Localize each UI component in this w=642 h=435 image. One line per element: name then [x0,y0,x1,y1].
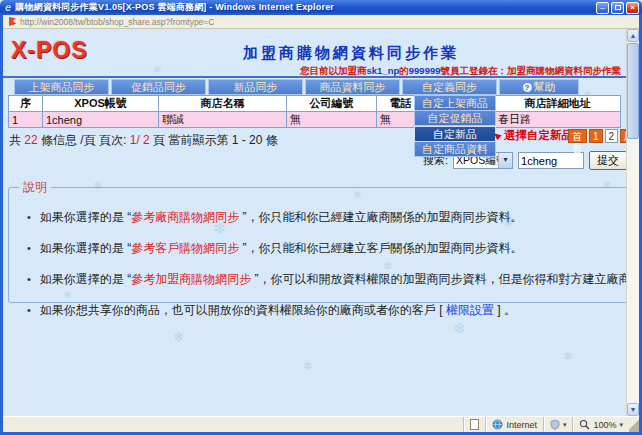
col-seq: 序 [9,96,43,112]
note-highlight: 參考加盟商購物網同步 [131,272,251,286]
note-text: ”，你只能和你已經建立廠商關係的加盟商同步資料。 [239,210,522,224]
note-item: •如果你想共享你的商品，也可以開放你的資料權限給你的廠商或者你的客戶 [ 權限設… [27,302,639,319]
scroll-down-icon[interactable]: ▼ [627,403,639,416]
tab-newitem-sync[interactable]: 新品同步 [208,79,303,95]
table-header-row: 序 XPOS帳號 商店名稱 公司編號 電話 商店詳細地址 [9,96,621,112]
status-page-panel [463,417,485,432]
login-status-text: 您目前以加盟商 [300,65,367,76]
snowflake-icon: ❄ [173,329,185,345]
snowflake-icon: ❄ [563,349,573,363]
chevron-down-icon: ▾ [498,153,512,168]
security-zone-panel: Internet [485,417,543,432]
merchant-table: 序 XPOS帳號 商店名稱 公司編號 電話 商店詳細地址 1 1cheng 聯誠… [8,95,621,128]
scroll-up-icon[interactable]: ▲ [627,29,639,42]
tab-help[interactable]: ?幫助 [499,79,579,95]
note-text: 如果你選擇的是 “ [40,272,131,286]
chevron-down-icon: ▾ [619,421,623,429]
info-text: 共 [9,133,24,147]
scrollbar-thumb[interactable] [627,43,639,139]
tab-shelf-sync[interactable]: 上架商品同步 [14,79,109,95]
window-title: 購物網資料同步作業V1.05[X-POS 雲端商務網] - Windows In… [15,1,596,14]
menu-item-custom-shelf[interactable]: 自定上架商品 [414,95,496,111]
submit-button[interactable]: 提交 [589,151,627,170]
title-bar: e 購物網資料同步作業V1.05[X-POS 雲端商務網] - Windows … [0,0,642,15]
nav-bar: 上架商品同步 促銷品同步 新品同步 商品資料同步 自定義同步 ?幫助 [14,79,579,95]
tab-productdata-sync[interactable]: 商品資料同步 [305,79,400,95]
col-xpos-account: XPOS帳號 [43,96,159,112]
snowflake-icon: ❄ [453,319,466,338]
callout-select-newitem: ◄選擇自定新品 [492,128,573,143]
magnifier-icon [579,419,590,430]
col-company-no: 公司編號 [287,96,377,112]
globe-icon [492,419,503,430]
note-item: •如果你選擇的是 “參考加盟商購物網同步 ”，你可以和開放資料權限的加盟商同步資… [27,271,639,288]
page-icon [470,419,479,430]
info-text: 頁 當前顯示第 1 - 20 條 [150,133,278,147]
note-item: •如果你選擇的是 “參考客戶購物網同步 ”，你只能和你已經建立客戶關係的加盟商同… [27,240,639,257]
cell-company: 無 [287,112,377,128]
menu-item-custom-promo[interactable]: 自定促銷品 [414,111,496,127]
status-message-area [3,417,463,432]
note-text: ] 。 [494,303,516,317]
record-count: 22 [24,133,37,147]
note-text: ”，你可以和開放資料權限的加盟商同步資料，但是你得和對方建立廠商關係。 [251,272,639,286]
custom-sync-menu: 自定上架商品 自定促銷品 自定新品 自定商品資料 [414,95,496,157]
notes-fieldset: 說明 •如果你選擇的是 “參考廠商購物網同步 ”，你只能和你已經建立廠商關係的加… [8,179,639,303]
window-frame: http://win2008/tw/btob/shop_share.asp?fr… [0,15,642,435]
bullet-icon: • [27,304,31,316]
vertical-scrollbar[interactable]: ▲ ▼ [626,29,639,416]
security-zone-label: Internet [506,420,537,430]
first-page-button[interactable]: 首頁 [568,129,587,143]
filter-panel[interactable]: ▾ [543,417,573,432]
login-account: sk1_np [367,65,400,76]
page-title: 加盟商購物網資料同步作業 [113,44,589,63]
notes-list: •如果你選擇的是 “參考廠商購物網同步 ”，你只能和你已經建立廠商關係的加盟商同… [27,209,639,319]
login-status-text: 的 [399,65,409,76]
menu-item-custom-productdata[interactable]: 自定商品資料 [414,142,496,158]
snowflake-icon: ❄ [303,359,313,373]
xpos-logo: X-POS [11,37,88,64]
minimize-button[interactable]: – [596,2,609,14]
table-row: 1 1cheng 聯誠 無 無 春日路 [9,112,621,128]
info-text: 條信息 /頁 頁次: [38,133,130,147]
tab-promo-sync[interactable]: 促銷品同步 [111,79,206,95]
menu-item-custom-newitem[interactable]: 自定新品 [414,126,496,142]
record-info: 共 22 條信息 /頁 頁次: 1/ 2 頁 當前顯示第 1 - 20 條 [9,132,278,149]
col-shop-name: 商店名稱 [159,96,287,112]
shield-icon [550,419,560,430]
login-location: 加盟商購物網資料同步作業 [507,65,621,76]
note-highlight: 參考廠商購物網同步 [131,210,239,224]
close-button[interactable]: × [626,2,639,14]
restore-button[interactable] [611,2,624,14]
note-highlight: 參考客戶購物網同步 [131,241,239,255]
zoom-level-label: 100% [593,420,616,430]
page-alert-icon [9,17,16,26]
page-2-button[interactable]: 2 [605,129,619,143]
callout-text: 選擇自定新品 [504,129,573,141]
help-icon: ? [523,83,532,92]
cell-address: 春日路 [495,112,621,128]
page-url: http://win2008/tw/btob/shop_share.asp?fr… [20,17,214,27]
permission-settings-link[interactable]: 權限設置 [446,303,494,317]
page-1-button[interactable]: 1 [589,129,603,143]
note-item: •如果你選擇的是 “參考廠商購物網同步 ”，你只能和你已經建立廠商關係的加盟商同… [27,209,639,226]
cell-shop: 聯誠 [159,112,287,128]
cell-account: 1cheng [43,112,159,128]
status-bar: Internet ▾ 100% ▾ [3,416,639,432]
page-content: ❄ ❄ ❄ ❄ ❄ ❄ ❄ ❄ ❄ ❄ ❄ ❄ ❄ ❄ ❄ ❄ ❄ ❄ X-PO… [3,29,639,416]
tab-help-label: 幫助 [534,81,556,93]
login-status-text: 號員工登錄在： [441,65,508,76]
note-text: 如果你選擇的是 “ [40,210,131,224]
header-divider [3,76,626,78]
bullet-icon: • [27,242,31,254]
note-text: 如果你想共享你的商品，也可以開放你的資料權限給你的廠商或者你的客戶 [ [40,303,446,317]
note-text: ”，你只能和你已經建立客戶關係的加盟商同步資料。 [239,241,522,255]
ie-logo-icon: e [5,2,11,13]
notes-legend: 說明 [19,179,51,196]
zoom-control[interactable]: 100% ▾ [572,417,629,432]
resize-grip[interactable] [629,417,639,432]
snowflake-icon: ❄ [153,64,161,75]
tab-custom-sync[interactable]: 自定義同步 [402,79,497,95]
note-text: 如果你選擇的是 “ [40,241,131,255]
login-employee-number: 999999 [409,65,441,76]
